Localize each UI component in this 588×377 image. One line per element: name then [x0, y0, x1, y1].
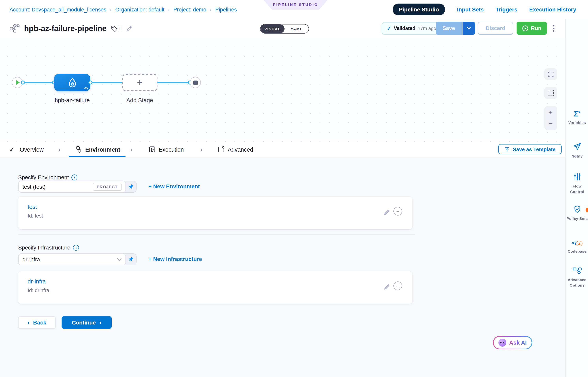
edit-pencil-icon[interactable] — [384, 209, 390, 215]
chevron-right-icon: › — [58, 142, 60, 157]
chevron-down-icon — [117, 258, 122, 261]
nav-execution-history[interactable]: Execution History — [529, 6, 576, 13]
toggle-yaml[interactable]: YAML — [285, 24, 309, 33]
breadcrumb: Account: Devspace_all_module_licenses › … — [10, 0, 237, 19]
infrastructure-card: dr-infra Id: drinfra − — [18, 271, 412, 304]
environment-panel: Specify Environment i test (test) PROJEC… — [0, 157, 565, 377]
save-button[interactable]: Save — [436, 22, 462, 35]
infrastructure-card-title[interactable]: dr-infra — [28, 278, 46, 285]
continue-button[interactable]: Continue › — [62, 316, 112, 329]
stage-name-label: hpb-az-failure — [41, 97, 104, 103]
tab-environment[interactable]: Environment — [85, 142, 120, 157]
rail-item-variables[interactable]: Σx Variables — [566, 111, 588, 126]
environment-card-id: Id: test — [28, 213, 43, 219]
rail-item-notify[interactable]: Notify — [566, 142, 588, 159]
new-infrastructure-link[interactable]: + New Infrastructure — [148, 256, 202, 262]
title-group: hpb-az-failure-pipeline 1 — [10, 19, 132, 38]
fullscreen-icon — [548, 71, 554, 77]
pipeline-end-node — [190, 77, 201, 88]
toggle-visual[interactable]: VISUAL — [260, 24, 285, 33]
pipeline-studio-app: Account: Devspace_all_module_licenses › … — [0, 0, 588, 377]
multi-select-button[interactable] — [544, 87, 557, 99]
environment-card-title[interactable]: test — [28, 204, 37, 210]
tab-advanced[interactable]: Advanced — [228, 142, 253, 157]
environment-icon — [75, 142, 82, 157]
flow-connector-line — [17, 82, 193, 83]
fullscreen-button[interactable] — [544, 68, 557, 80]
section-divider — [18, 234, 415, 235]
breadcrumb-project[interactable]: Project: demo — [173, 7, 206, 12]
start-play-icon — [16, 80, 20, 85]
code-warning-icon: </ — [572, 239, 582, 246]
infrastructure-select-field[interactable]: dr-infra — [19, 254, 126, 265]
zoom-in-button[interactable]: + — [549, 109, 553, 116]
save-dropdown-button[interactable] — [462, 22, 475, 35]
discard-button[interactable]: Discard — [478, 22, 513, 35]
info-icon[interactable]: i — [73, 245, 79, 250]
chevron-right-icon: › — [200, 142, 202, 157]
validated-label: Validated — [394, 26, 415, 31]
tab-execution[interactable]: Execution — [159, 142, 184, 157]
edit-pencil-icon[interactable] — [126, 25, 132, 32]
connector-dot — [21, 81, 25, 84]
save-as-template-button[interactable]: Save as Template — [498, 144, 562, 154]
environment-card: test Id: test − — [18, 197, 412, 229]
nav-pipeline-studio[interactable]: Pipeline Studio — [393, 4, 445, 15]
stage-tabbar: ✓ Overview › Environment › Execution › — [0, 142, 565, 157]
save-split-button: Save — [436, 22, 475, 35]
stage-node-hpb-az-failure[interactable]: </> — [54, 74, 90, 91]
chaos-flame-icon — [67, 77, 78, 88]
rail-item-advanced-options[interactable]: Advanced Options — [566, 266, 588, 288]
add-stage-button[interactable]: + — [122, 74, 157, 91]
pin-environment-button[interactable] — [126, 181, 136, 192]
new-environment-link[interactable]: + New Environment — [148, 183, 200, 189]
nav-input-sets[interactable]: Input Sets — [457, 6, 484, 13]
validated-time: 17m ago — [418, 26, 436, 31]
code-glyph-icon: </> — [84, 86, 88, 90]
environment-select-value: test (test) — [23, 184, 90, 190]
specify-environment-label: Specify Environment i — [18, 174, 78, 180]
info-icon[interactable]: i — [72, 174, 78, 180]
remove-minus-icon[interactable]: − — [393, 282, 402, 290]
validated-chip[interactable]: ✓ Validated 17m ago — [382, 22, 441, 35]
paper-plane-icon — [573, 142, 582, 151]
top-bar: Account: Devspace_all_module_licenses › … — [0, 0, 588, 19]
ask-ai-label: Ask AI — [509, 340, 527, 346]
pipeline-canvas[interactable]: </> + hpb-az-failure Add Stage + − — [0, 38, 565, 142]
upload-icon — [505, 146, 510, 152]
rail-item-codebase[interactable]: </ Codebase — [566, 239, 588, 254]
tags[interactable]: 1 — [111, 25, 122, 32]
edit-pencil-icon[interactable] — [384, 283, 390, 290]
pushpin-icon — [128, 257, 134, 262]
infrastructure-card-id: Id: drinfra — [28, 287, 49, 293]
breadcrumb-account[interactable]: Account: Devspace_all_module_licenses — [10, 7, 106, 12]
back-button[interactable]: ‹ Back — [18, 316, 56, 329]
breadcrumb-organization[interactable]: Organization: default — [115, 7, 164, 12]
plus-icon: + — [137, 77, 142, 88]
execution-icon — [148, 142, 156, 157]
advanced-icon — [218, 142, 225, 157]
sliders-icon — [573, 173, 581, 181]
nav-triggers[interactable]: Triggers — [496, 6, 517, 13]
infrastructure-select-value: dr-infra — [23, 256, 114, 262]
run-button[interactable]: Run — [517, 22, 547, 35]
pipeline-title: hpb-az-failure-pipeline — [24, 24, 106, 33]
remove-minus-icon[interactable]: − — [393, 207, 402, 215]
rail-item-policy-sets[interactable]: Policy Sets — [566, 205, 588, 222]
chevron-right-icon: › — [99, 319, 101, 326]
title-bar: hpb-az-failure-pipeline 1 VISUAL YA — [0, 19, 565, 38]
zoom-control: + − — [544, 106, 557, 130]
visual-yaml-toggle: VISUAL YAML — [260, 24, 309, 34]
ask-ai-button[interactable]: Ask AI — [493, 336, 532, 349]
run-play-icon — [522, 25, 529, 31]
pin-infrastructure-button[interactable] — [126, 254, 136, 265]
selection-box-icon — [548, 90, 554, 96]
tab-overview[interactable]: Overview — [20, 142, 44, 157]
environment-select-field[interactable]: test (test) PROJECT — [19, 181, 126, 192]
save-as-template-label: Save as Template — [513, 146, 555, 152]
zoom-out-button[interactable]: − — [549, 120, 553, 127]
top-navigation: Pipeline Studio Input Sets Triggers Exec… — [393, 0, 576, 19]
more-options-icon[interactable] — [551, 23, 556, 34]
rail-item-flow-control[interactable]: Flow Control — [566, 173, 588, 194]
breadcrumb-pipelines[interactable]: Pipelines — [215, 7, 237, 12]
